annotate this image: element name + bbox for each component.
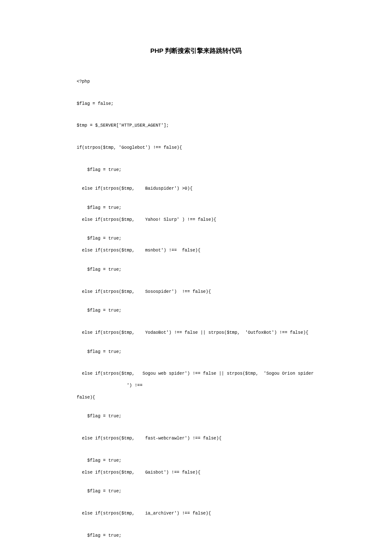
page-title: PHP 判断搜索引擎来路跳转代码 [77,47,315,55]
code-line: $flag = true; [77,267,315,273]
code-line: $flag = true; [77,458,315,464]
code-line: else if(strpos($tmp, msnbot') !== false)… [77,248,315,254]
code-line: else if(strpos($tmp, fast-webcrawler') !… [77,436,315,442]
code-line: $flag = true; [77,533,315,539]
code-line: else if(strpos($tmp, Sosospider') !== fa… [77,289,315,295]
code-line: ') !== [77,383,315,389]
code-line: $flag = true; [77,236,315,242]
code-line: $flag = true; [77,205,315,211]
code-line: $flag = true; [77,413,315,419]
code-line: else if(strpos($tmp, YodaoBot') !== fals… [77,330,315,336]
code-line: $flag = true; [77,308,315,314]
code-line: if(strpos($tmp, 'Googlebot') !== false){ [77,145,315,151]
code-line: $tmp = $_SERVER['HTTP_USER_AGENT']; [77,123,315,129]
code-line: else if(strpos($tmp, Sogou web spider') … [77,371,315,377]
code-line: else if(strpos($tmp, ia_archiver') !== f… [77,511,315,517]
code-line: $flag = true; [77,349,315,355]
code-line: <?php [77,79,315,85]
code-line: $flag = true; [77,489,315,494]
code-line: $flag = false; [77,101,315,107]
code-line: $flag = true; [77,167,315,173]
code-line: else if(strpos($tmp, Yahoo! Slurp' ) !==… [77,217,315,223]
code-line: else if(strpos($tmp, Baiduspider') >0){ [77,186,315,192]
code-block: <?php $flag = false; $tmp = $_SERVER['HT… [77,73,315,555]
code-line: else if(strpos($tmp, Gaisbot') !== false… [77,470,315,476]
code-line: false){ [77,395,315,401]
